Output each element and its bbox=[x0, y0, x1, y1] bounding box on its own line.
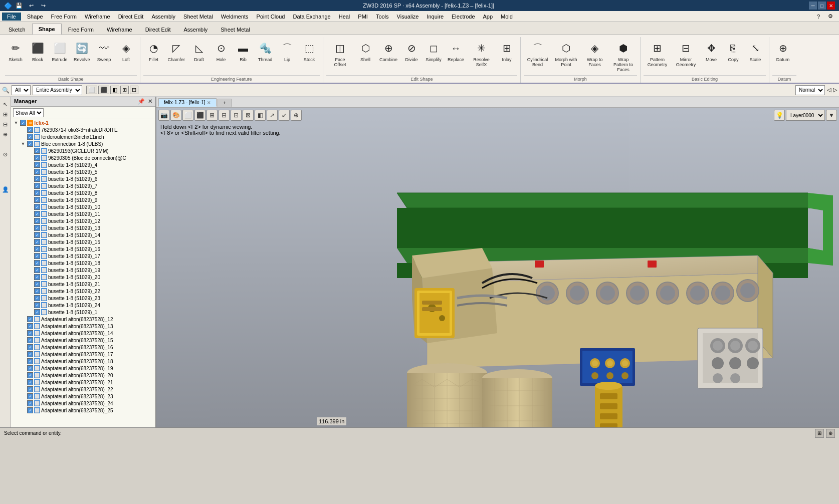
vp-btn-display2[interactable]: ⬛ bbox=[194, 110, 205, 121]
btn-combine[interactable]: ⊕ Combine bbox=[377, 38, 400, 64]
tree-item-item40[interactable]: ✓⬜Adaptateurl aiton(68237528)_24 bbox=[11, 400, 155, 407]
viewport[interactable]: 📷 🎨 ⬜ ⬛ ⊞ ⊟ ⊡ ⊠ ◧ ↗ ↙ ⊕ 💡 Layer0000 ▼ bbox=[156, 108, 839, 427]
btn-thread[interactable]: 🔩 Thread bbox=[255, 38, 276, 64]
btn-datum[interactable]: ⊕ Datum bbox=[772, 38, 793, 64]
tree-expand-item29[interactable] bbox=[20, 323, 26, 329]
menu-assembly[interactable]: Assembly bbox=[147, 13, 179, 21]
tree-expand-item38[interactable] bbox=[20, 386, 26, 392]
tree-expand-item11[interactable] bbox=[27, 197, 33, 203]
tree-checkbox-item30[interactable]: ✓ bbox=[27, 330, 33, 336]
menu-sheet-metal[interactable]: Sheet Metal bbox=[179, 13, 217, 21]
menu-point-cloud[interactable]: Point Cloud bbox=[253, 13, 289, 21]
btn-chamfer[interactable]: ◸ Chamfer bbox=[165, 38, 188, 64]
tree-checkbox-item21[interactable]: ✓ bbox=[34, 267, 40, 273]
tree-checkbox-item18[interactable]: ✓ bbox=[34, 246, 40, 252]
tree-expand-item39[interactable] bbox=[20, 393, 26, 399]
tree-expand-item18[interactable] bbox=[27, 246, 33, 252]
btn-wrap-pattern[interactable]: ⬢ Wrap Pattern to Faces bbox=[609, 38, 637, 74]
vp-btn-layer-more[interactable]: ▼ bbox=[826, 110, 837, 121]
status-btn-grid[interactable]: ⊞ bbox=[815, 429, 824, 438]
tab-shape[interactable]: Shape bbox=[32, 24, 62, 35]
tree-expand-item31[interactable] bbox=[20, 337, 26, 343]
tree-expand-item32[interactable] bbox=[20, 344, 26, 350]
tree-checkbox-item25[interactable]: ✓ bbox=[34, 295, 40, 301]
vp-btn-view3[interactable]: ⊡ bbox=[231, 110, 242, 121]
btn-scale[interactable]: ⤡ Scale bbox=[745, 38, 766, 64]
tree-item-item8[interactable]: ✓⬜busette 1-8 (51029)_6 bbox=[11, 175, 155, 182]
tree-item-item29[interactable]: ✓⬜Adaptateurl aiton(68237528)_13 bbox=[11, 323, 155, 330]
tree-expand-item2[interactable] bbox=[20, 134, 26, 140]
sidebar-icon-cursor[interactable]: ↖ bbox=[1, 100, 10, 109]
tree-item-item3[interactable]: ▼✓⬜Bloc connection 1-8 (ULBS) bbox=[11, 140, 155, 147]
tree-item-item38[interactable]: ✓⬜Adaptateurl aiton(68237528)_22 bbox=[11, 386, 155, 393]
tab-assembly[interactable]: Assembly bbox=[177, 24, 214, 35]
menu-pmi[interactable]: PMI bbox=[354, 13, 372, 21]
tree-item-felix-1[interactable]: ▼✓⊕felix-1 bbox=[11, 119, 155, 126]
menu-mold[interactable]: Mold bbox=[497, 13, 517, 21]
menu-weldments[interactable]: Weldments bbox=[217, 13, 253, 21]
tree-expand-item3[interactable]: ▼ bbox=[20, 141, 26, 147]
doc-tab-felix-close[interactable]: ✕ bbox=[207, 100, 211, 105]
doc-tab-add[interactable]: + bbox=[218, 99, 232, 107]
btn-cylindrical-bend[interactable]: ⌒ Cylindrical Bend bbox=[524, 38, 551, 69]
tree-expand-item20[interactable] bbox=[27, 260, 33, 266]
tree-item-item15[interactable]: ✓⬜busette 1-8 (51029)_13 bbox=[11, 224, 155, 231]
btn-simplify[interactable]: ◻ Simplify bbox=[423, 38, 444, 64]
tree-item-item33[interactable]: ✓⬜Adaptateurl aiton(68237528)_17 bbox=[11, 351, 155, 358]
tree-expand-item1[interactable] bbox=[20, 127, 26, 133]
filter-extra-btn1[interactable]: ◁ bbox=[827, 87, 831, 93]
vp-btn-orient2[interactable]: ↙ bbox=[279, 110, 290, 121]
tree-item-item19[interactable]: ✓⬜busette 1-8 (51029)_17 bbox=[11, 253, 155, 260]
sidebar-icon-attributes[interactable]: ⊟ bbox=[1, 120, 10, 129]
doc-tab-felix[interactable]: felix-1.Z3 - [felix-1] ✕ bbox=[158, 98, 217, 107]
display-mode-btn5[interactable]: ⊟ bbox=[130, 86, 138, 94]
tree-item-item36[interactable]: ✓⬜Adaptateurl aiton(68237528)_20 bbox=[11, 372, 155, 379]
tree-checkbox-felix-1[interactable]: ✓ bbox=[20, 120, 26, 126]
tree-item-item2[interactable]: ✓⬜ferderoulement3inchx11inch bbox=[11, 133, 155, 140]
tree-checkbox-item24[interactable]: ✓ bbox=[34, 288, 40, 294]
display-mode-btn2[interactable]: ⬛ bbox=[98, 86, 109, 94]
tab-sketch[interactable]: Sketch bbox=[2, 24, 32, 35]
sidebar-icon-parts[interactable]: ⊕ bbox=[1, 130, 10, 139]
menu-data-exchange[interactable]: Data Exchange bbox=[289, 13, 334, 21]
tree-checkbox-item14[interactable]: ✓ bbox=[34, 218, 40, 224]
vp-btn-camera[interactable]: 📷 bbox=[158, 110, 169, 121]
btn-inlay[interactable]: ⊞ Inlay bbox=[496, 38, 517, 64]
tree-expand-item25[interactable] bbox=[27, 295, 33, 301]
tree-checkbox-item29[interactable]: ✓ bbox=[27, 323, 33, 329]
tree-checkbox-item39[interactable]: ✓ bbox=[27, 393, 33, 399]
tree-expand-item9[interactable] bbox=[27, 183, 33, 189]
tree-item-item31[interactable]: ✓⬜Adaptateurl aiton(68237528)_15 bbox=[11, 337, 155, 344]
tree-item-item21[interactable]: ✓⬜busette 1-8 (51029)_19 bbox=[11, 267, 155, 274]
tree-expand-item5[interactable] bbox=[27, 155, 33, 161]
tree-expand-felix-1[interactable]: ▼ bbox=[13, 120, 19, 126]
btn-block[interactable]: ⬛ Block bbox=[27, 38, 48, 64]
vp-btn-render[interactable]: 🎨 bbox=[170, 110, 181, 121]
tree-item-item17[interactable]: ✓⬜busette 1-8 (51029)_15 bbox=[11, 238, 155, 245]
tree-expand-item33[interactable] bbox=[20, 351, 26, 357]
btn-hole[interactable]: ⊙ Hole bbox=[211, 38, 232, 64]
tab-free-form[interactable]: Free Form bbox=[62, 24, 100, 35]
btn-draft[interactable]: ◺ Draft bbox=[188, 38, 209, 64]
btn-sketch[interactable]: ✏ Sketch bbox=[5, 38, 26, 64]
tree-checkbox-item41[interactable]: ✓ bbox=[27, 407, 33, 413]
tree-item-item18[interactable]: ✓⬜busette 1-8 (51029)_16 bbox=[11, 245, 155, 253]
tree-item-item9[interactable]: ✓⬜busette 1-8 (51029)_7 bbox=[11, 182, 155, 189]
tree-checkbox-item31[interactable]: ✓ bbox=[27, 337, 33, 343]
tree-item-item32[interactable]: ✓⬜Adaptateurl aiton(68237528)_16 bbox=[11, 344, 155, 351]
filter-extra-btn2[interactable]: ▷ bbox=[833, 87, 837, 93]
tree-expand-item6[interactable] bbox=[27, 162, 33, 168]
tree-checkbox-item40[interactable]: ✓ bbox=[27, 400, 33, 406]
tree-item-item41[interactable]: ✓⬜Adaptateurl aiton(68237528)_25 bbox=[11, 407, 155, 414]
tree-item-item16[interactable]: ✓⬜busette 1-8 (51029)_14 bbox=[11, 231, 155, 238]
tree-checkbox-item22[interactable]: ✓ bbox=[34, 274, 40, 280]
vp-btn-view2[interactable]: ⊟ bbox=[219, 110, 230, 121]
tree-checkbox-item27[interactable]: ✓ bbox=[34, 309, 40, 315]
quick-save[interactable]: 💾 bbox=[14, 1, 24, 11]
tree-checkbox-item32[interactable]: ✓ bbox=[27, 344, 33, 350]
btn-loft[interactable]: ◈ Loft bbox=[116, 38, 137, 64]
tree-checkbox-item9[interactable]: ✓ bbox=[34, 183, 40, 189]
tree-checkbox-item12[interactable]: ✓ bbox=[34, 204, 40, 210]
tree-expand-item4[interactable] bbox=[27, 148, 33, 154]
menu-visualize[interactable]: Visualize bbox=[393, 13, 423, 21]
